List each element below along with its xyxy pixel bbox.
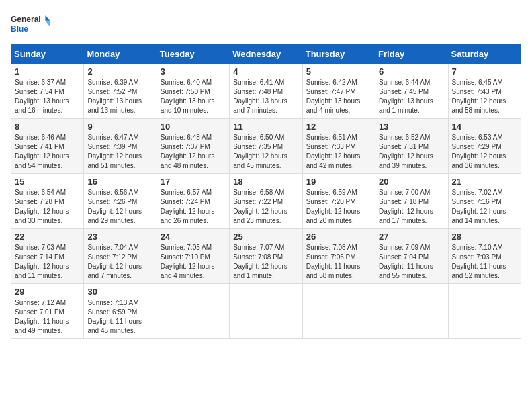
calendar-cell: 27 Sunrise: 7:09 AM Sunset: 7:04 PM Dayl… (375, 229, 448, 284)
day-number: 25 (233, 232, 298, 242)
day-content: Sunrise: 6:58 AM Sunset: 7:22 PM Dayligh… (233, 188, 298, 226)
calendar-cell: 7 Sunrise: 6:45 AM Sunset: 7:43 PM Dayli… (448, 64, 521, 119)
day-content: Sunrise: 7:08 AM Sunset: 7:06 PM Dayligh… (306, 243, 371, 281)
day-number: 22 (15, 232, 80, 242)
day-number: 4 (233, 66, 298, 77)
day-content: Sunrise: 7:07 AM Sunset: 7:08 PM Dayligh… (233, 243, 298, 281)
calendar-cell: 6 Sunrise: 6:44 AM Sunset: 7:45 PM Dayli… (375, 64, 448, 119)
day-content: Sunrise: 6:46 AM Sunset: 7:41 PM Dayligh… (15, 133, 80, 171)
day-number: 16 (87, 177, 152, 187)
day-content: Sunrise: 6:44 AM Sunset: 7:45 PM Dayligh… (379, 78, 444, 116)
day-number: 26 (306, 232, 371, 242)
calendar-cell: 8 Sunrise: 6:46 AM Sunset: 7:41 PM Dayli… (11, 119, 84, 174)
day-number: 18 (233, 177, 298, 187)
day-content: Sunrise: 7:05 AM Sunset: 7:10 PM Dayligh… (161, 243, 226, 281)
day-header-sunday: Sunday (11, 45, 84, 64)
day-content: Sunrise: 6:54 AM Sunset: 7:28 PM Dayligh… (15, 188, 80, 226)
day-header-thursday: Thursday (302, 45, 375, 64)
day-content: Sunrise: 6:47 AM Sunset: 7:39 PM Dayligh… (87, 133, 152, 171)
day-content: Sunrise: 6:53 AM Sunset: 7:29 PM Dayligh… (452, 133, 517, 171)
day-number: 11 (233, 122, 298, 132)
day-number: 8 (15, 122, 80, 132)
calendar-cell: 26 Sunrise: 7:08 AM Sunset: 7:06 PM Dayl… (302, 229, 375, 284)
calendar-cell: 16 Sunrise: 6:56 AM Sunset: 7:26 PM Dayl… (84, 174, 157, 229)
day-content: Sunrise: 6:52 AM Sunset: 7:31 PM Dayligh… (379, 133, 444, 171)
calendar-cell: 21 Sunrise: 7:02 AM Sunset: 7:16 PM Dayl… (448, 174, 521, 229)
day-number: 30 (87, 287, 152, 297)
calendar-cell (375, 284, 448, 339)
calendar-cell: 24 Sunrise: 7:05 AM Sunset: 7:10 PM Dayl… (157, 229, 229, 284)
day-content: Sunrise: 7:04 AM Sunset: 7:12 PM Dayligh… (87, 243, 152, 281)
day-number: 19 (306, 177, 371, 187)
day-content: Sunrise: 6:45 AM Sunset: 7:43 PM Dayligh… (452, 78, 517, 116)
day-number: 10 (161, 122, 226, 132)
day-content: Sunrise: 6:51 AM Sunset: 7:33 PM Dayligh… (306, 133, 371, 171)
day-number: 14 (452, 122, 517, 132)
calendar-cell: 2 Sunrise: 6:39 AM Sunset: 7:52 PM Dayli… (84, 64, 157, 119)
calendar-cell (302, 284, 375, 339)
calendar-cell: 25 Sunrise: 7:07 AM Sunset: 7:08 PM Dayl… (230, 229, 302, 284)
day-content: Sunrise: 7:00 AM Sunset: 7:18 PM Dayligh… (379, 188, 444, 226)
calendar-cell: 3 Sunrise: 6:40 AM Sunset: 7:50 PM Dayli… (157, 64, 229, 119)
calendar-cell: 17 Sunrise: 6:57 AM Sunset: 7:24 PM Dayl… (157, 174, 229, 229)
calendar-cell: 30 Sunrise: 7:13 AM Sunset: 6:59 PM Dayl… (84, 284, 157, 339)
calendar-cell: 15 Sunrise: 6:54 AM Sunset: 7:28 PM Dayl… (11, 174, 84, 229)
day-content: Sunrise: 7:02 AM Sunset: 7:16 PM Dayligh… (452, 188, 517, 226)
calendar-cell (157, 284, 229, 339)
day-number: 6 (379, 66, 444, 77)
day-number: 9 (87, 122, 152, 132)
day-header-monday: Monday (84, 45, 157, 64)
day-number: 12 (306, 122, 371, 132)
logo: General Blue (11, 11, 51, 38)
day-content: Sunrise: 6:57 AM Sunset: 7:24 PM Dayligh… (161, 188, 226, 226)
calendar-cell: 28 Sunrise: 7:10 AM Sunset: 7:03 PM Dayl… (448, 229, 521, 284)
calendar-cell (230, 284, 302, 339)
day-number: 13 (379, 122, 444, 132)
calendar-cell: 29 Sunrise: 7:12 AM Sunset: 7:01 PM Dayl… (11, 284, 84, 339)
day-number: 23 (87, 232, 152, 242)
svg-marker-3 (45, 21, 50, 27)
day-number: 15 (15, 177, 80, 187)
calendar-cell: 9 Sunrise: 6:47 AM Sunset: 7:39 PM Dayli… (84, 119, 157, 174)
svg-text:General: General (11, 15, 41, 24)
day-content: Sunrise: 6:59 AM Sunset: 7:20 PM Dayligh… (306, 188, 371, 226)
calendar-cell: 10 Sunrise: 6:48 AM Sunset: 7:37 PM Dayl… (157, 119, 229, 174)
day-number: 24 (161, 232, 226, 242)
day-content: Sunrise: 6:50 AM Sunset: 7:35 PM Dayligh… (233, 133, 298, 171)
header: General Blue (11, 11, 521, 38)
day-number: 29 (15, 287, 80, 297)
day-number: 28 (452, 232, 517, 242)
day-content: Sunrise: 6:41 AM Sunset: 7:48 PM Dayligh… (233, 78, 298, 116)
day-content: Sunrise: 6:40 AM Sunset: 7:50 PM Dayligh… (161, 78, 226, 116)
calendar-cell: 4 Sunrise: 6:41 AM Sunset: 7:48 PM Dayli… (230, 64, 302, 119)
day-content: Sunrise: 6:42 AM Sunset: 7:47 PM Dayligh… (306, 78, 371, 116)
day-content: Sunrise: 7:03 AM Sunset: 7:14 PM Dayligh… (15, 243, 80, 281)
day-number: 1 (15, 66, 80, 77)
calendar-cell: 19 Sunrise: 6:59 AM Sunset: 7:20 PM Dayl… (302, 174, 375, 229)
calendar-cell: 14 Sunrise: 6:53 AM Sunset: 7:29 PM Dayl… (448, 119, 521, 174)
svg-text:Blue: Blue (11, 24, 28, 34)
day-number: 5 (306, 66, 371, 77)
day-content: Sunrise: 7:10 AM Sunset: 7:03 PM Dayligh… (452, 243, 517, 281)
day-header-wednesday: Wednesday (230, 45, 302, 64)
calendar-cell: 5 Sunrise: 6:42 AM Sunset: 7:47 PM Dayli… (302, 64, 375, 119)
calendar-cell: 13 Sunrise: 6:52 AM Sunset: 7:31 PM Dayl… (375, 119, 448, 174)
calendar-cell: 11 Sunrise: 6:50 AM Sunset: 7:35 PM Dayl… (230, 119, 302, 174)
calendar-cell: 12 Sunrise: 6:51 AM Sunset: 7:33 PM Dayl… (302, 119, 375, 174)
day-content: Sunrise: 7:13 AM Sunset: 6:59 PM Dayligh… (87, 298, 152, 336)
day-number: 21 (452, 177, 517, 187)
day-number: 27 (379, 232, 444, 242)
calendar-cell: 20 Sunrise: 7:00 AM Sunset: 7:18 PM Dayl… (375, 174, 448, 229)
calendar-cell: 1 Sunrise: 6:37 AM Sunset: 7:54 PM Dayli… (11, 64, 84, 119)
logo-svg: General Blue (11, 11, 51, 38)
day-content: Sunrise: 6:56 AM Sunset: 7:26 PM Dayligh… (87, 188, 152, 226)
day-number: 7 (452, 66, 517, 77)
day-header-friday: Friday (375, 45, 448, 64)
day-header-saturday: Saturday (448, 45, 521, 64)
day-content: Sunrise: 6:48 AM Sunset: 7:37 PM Dayligh… (161, 133, 226, 171)
day-content: Sunrise: 7:09 AM Sunset: 7:04 PM Dayligh… (379, 243, 444, 281)
day-content: Sunrise: 6:37 AM Sunset: 7:54 PM Dayligh… (15, 78, 80, 116)
day-number: 17 (161, 177, 226, 187)
day-number: 3 (161, 66, 226, 77)
day-number: 20 (379, 177, 444, 187)
